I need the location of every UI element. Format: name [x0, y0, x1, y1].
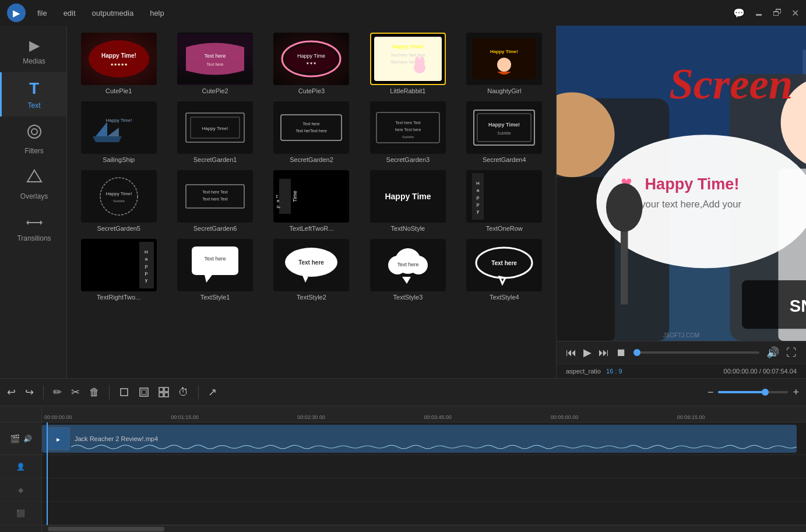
delete-button[interactable]: 🗑	[89, 386, 100, 399]
template-secretgarden6[interactable]: Text here Text Text here Text SecretGard…	[170, 170, 259, 232]
template-littlerabbit1[interactable]: Happy Time! Text here Text here Text her…	[363, 33, 452, 94]
filters-label: Filters	[24, 147, 44, 155]
minimize-button[interactable]: 🗕	[754, 8, 763, 19]
transitions-label: Transitions	[17, 234, 51, 242]
zoom-dot[interactable]	[762, 389, 769, 396]
svg-text:a: a	[477, 188, 480, 193]
template-textlefttworows[interactable]: Happy Time H a p TextLeftTwoR...	[267, 170, 356, 232]
medias-label: Medias	[23, 57, 45, 65]
sidebar-item-text[interactable]: T Text	[0, 72, 66, 117]
template-textnostyle[interactable]: Happy Time TextNoStyle	[363, 170, 452, 232]
track-row-overlay	[42, 478, 806, 502]
template-thumb-cutepie1: Happy Time! ★★★★★	[81, 33, 157, 85]
volume-button[interactable]: 🔊	[766, 346, 779, 359]
template-name-textlefttworows: TextLeftTwoR...	[290, 225, 334, 232]
maximize-button[interactable]: 🗗	[773, 8, 782, 19]
menu-help[interactable]: help	[147, 6, 167, 20]
svg-rect-114	[159, 387, 163, 392]
progress-bar[interactable]	[633, 351, 759, 354]
close-button[interactable]: ✕	[791, 8, 799, 19]
audio-track-icon: 🔊	[23, 435, 32, 443]
svg-text:Text here: Text here	[397, 262, 418, 267]
redo-button[interactable]: ↪	[25, 386, 34, 399]
track-control-person: 👤	[0, 455, 41, 478]
template-cutepie3[interactable]: Happy Time ♥ ♥ ♥ CutePie3	[267, 33, 356, 94]
sidebar-item-medias[interactable]: ▶ Medias	[0, 30, 66, 72]
template-thumb-sailingship: Happy Time!	[81, 101, 157, 154]
sidebar-item-overlays[interactable]: Overlays	[0, 162, 66, 207]
fit-button[interactable]	[139, 387, 149, 397]
step-forward-button[interactable]: ⏭	[599, 347, 609, 359]
divider-2	[109, 385, 110, 399]
template-thumb-naughtygirl: Happy Time!	[466, 33, 542, 85]
template-textonerow[interactable]: H a p p y TextOneRow	[460, 170, 549, 232]
undo-button[interactable]: ↩	[7, 386, 16, 399]
template-textstyle4[interactable]: Text here TextStyle4	[460, 239, 549, 301]
menu-outputmedia[interactable]: outputmedia	[90, 6, 136, 20]
template-textstyle2[interactable]: Text here TextStyle2	[267, 239, 356, 301]
fullscreen-button[interactable]: ⛶	[786, 347, 797, 359]
svg-point-20	[415, 57, 420, 66]
svg-text:♥ ♥ ♥: ♥ ♥ ♥	[307, 61, 316, 65]
zoom-slider[interactable]	[718, 391, 788, 393]
sidebar-item-transitions[interactable]: Transitions	[0, 207, 66, 249]
template-textrighttworows[interactable]: H a p p y TextRightTwo...	[74, 239, 163, 301]
template-thumb-secretgarden6: Text here Text Text here Text	[177, 170, 253, 223]
scrollbar-thumb[interactable]	[48, 527, 164, 531]
template-name-sailingship: SailingShip	[103, 156, 135, 163]
template-textstyle3[interactable]: Text here TextStyle3	[363, 239, 452, 301]
template-cutepie2[interactable]: Text here Text here CutePie2	[170, 33, 259, 94]
export-button[interactable]: ↗	[208, 386, 217, 399]
template-name-secretgarden6: SecretGarden6	[193, 225, 237, 232]
svg-point-12	[286, 45, 337, 73]
zoom-plus-button[interactable]: +	[793, 386, 799, 399]
track-row-link	[42, 502, 806, 525]
clock-button[interactable]: ⏱	[178, 386, 189, 399]
track-row-person	[42, 455, 806, 478]
menu-edit[interactable]: edit	[61, 6, 78, 20]
template-cutepie1[interactable]: Happy Time! ★★★★★ CutePie1	[74, 33, 163, 94]
svg-text:Screen: Screen	[669, 59, 793, 108]
svg-text:Happy Time: Happy Time	[385, 192, 431, 201]
svg-text:Happy Time!: Happy Time!	[645, 175, 740, 193]
play-button[interactable]: ▶	[583, 346, 592, 359]
template-sailingship[interactable]: Happy Time! SailingShip	[74, 101, 163, 163]
template-secretgarden1[interactable]: Happy Time! SecretGarden1	[170, 101, 259, 163]
template-thumb-secretgarden3: Text here Text here Text here Subtitle	[370, 101, 446, 154]
svg-point-0	[28, 125, 41, 138]
template-name-cutepie3: CutePie3	[298, 87, 325, 94]
video-clip[interactable]: ▶ Jack Reacher 2 Review!.mp4	[42, 425, 797, 453]
template-thumb-textstyle1: Text here	[177, 239, 253, 291]
template-naughtygirl[interactable]: Happy Time! NaughtyGirl	[460, 33, 549, 94]
sidebar-item-filters[interactable]: Filters	[0, 117, 66, 162]
menu-bar: file edit outputmedia help	[35, 6, 167, 20]
track-control-video: 🎬 🔊	[0, 422, 41, 455]
cut-button[interactable]: ✂	[71, 386, 80, 399]
aspect-ratio-value: 16 : 9	[606, 368, 622, 375]
stop-button[interactable]: ⏹	[616, 347, 627, 359]
chat-icon[interactable]: 💬	[733, 8, 745, 19]
crop-button[interactable]	[119, 387, 129, 397]
template-thumb-cutepie3: Happy Time ♥ ♥ ♥	[273, 33, 349, 85]
edit-button[interactable]: ✏	[53, 386, 62, 399]
template-name-naughtygirl: NaughtyGirl	[487, 87, 521, 94]
progress-dot[interactable]	[633, 349, 640, 356]
template-textstyle1[interactable]: Text here TextStyle1	[170, 239, 259, 301]
menu-file[interactable]: file	[35, 6, 50, 20]
svg-text:Text here Text: Text here Text	[395, 121, 421, 125]
timeline-ruler-row: 00:00:00.00 00:01:15.00 00:02:30.00 00:0…	[0, 406, 806, 422]
person-icon: 👤	[16, 463, 25, 471]
step-back-button[interactable]: ⏮	[566, 347, 576, 359]
template-thumb-textstyle3: Text here	[370, 239, 446, 291]
template-secretgarden2[interactable]: Text here Text herText here SecretGarden…	[267, 101, 356, 163]
template-thumb-secretgarden2: Text here Text herText here	[273, 101, 349, 154]
svg-point-110	[606, 184, 642, 232]
zoom-minus-button[interactable]: −	[708, 386, 714, 399]
timeline-scrollbar[interactable]	[42, 525, 806, 532]
template-name-secretgarden1: SecretGarden1	[193, 156, 237, 163]
template-secretgarden5[interactable]: Happy Time! Subtitle SecretGarden5	[74, 170, 163, 232]
template-secretgarden4[interactable]: Happy Time! Subtitle SecretGarden4	[460, 101, 549, 163]
template-name-littlerabbit1: LittleRabbit1	[390, 87, 425, 94]
template-secretgarden3[interactable]: Text here Text here Text here Subtitle S…	[363, 101, 452, 163]
grid-button[interactable]	[159, 387, 169, 397]
